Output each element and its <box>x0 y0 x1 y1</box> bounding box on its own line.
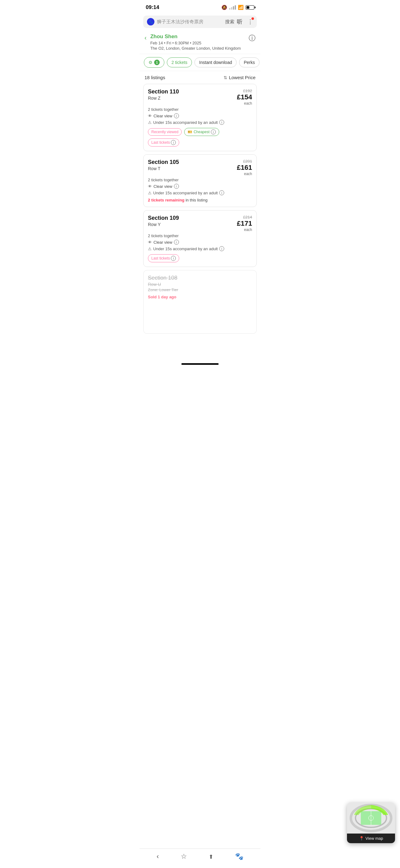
sort-label: Lowest Price <box>229 75 256 80</box>
sold-label: Sold 1 day ago <box>148 294 252 299</box>
filter-tickets-button[interactable]: 2 tickets <box>167 57 192 67</box>
listing-3[interactable]: Section 109 Row Y £214 £171 each 2 ticke… <box>143 210 257 267</box>
clear-view-info-icon[interactable]: i <box>174 113 179 118</box>
filter-instant-button[interactable]: Instant download <box>194 57 237 67</box>
listing-4-left: Section 108 Row U Zone: Lower Tier <box>148 275 178 292</box>
search-actions: 听 ⋮ <box>237 18 253 26</box>
listing-2-row: Row T <box>148 166 179 171</box>
sort-button[interactable]: ⇅ Lowest Price <box>224 75 256 80</box>
listing-1-tags: Recently viewed 🎫 Cheapest i Last ticket… <box>148 128 252 147</box>
warning-info-icon[interactable]: i <box>219 120 224 125</box>
listing-4-section: Section 108 <box>148 275 178 281</box>
listing-2-left: Section 105 Row T <box>148 159 179 171</box>
filter-tickets-label: 2 tickets <box>171 60 187 65</box>
listing-1-section: Section 110 <box>148 89 179 95</box>
warning-info-icon-3[interactable]: i <box>219 246 224 251</box>
warning-icon: ⚠ <box>148 120 152 125</box>
listing-1[interactable]: Section 110 Row Z £192 £154 each 2 ticke… <box>143 84 257 151</box>
listing-1-price-col: £192 £154 each <box>237 89 252 105</box>
notification-dot <box>252 18 254 20</box>
filter-instant-label: Instant download <box>199 60 232 65</box>
warning-icon-3: ⚠ <box>148 247 152 251</box>
cheapest-info-icon[interactable]: i <box>211 129 216 134</box>
listing-4-header: Section 108 Row U Zone: Lower Tier <box>148 275 252 292</box>
remaining-text: 2 tickets remaining in this listing <box>148 198 252 203</box>
recently-viewed-tag: Recently viewed <box>148 128 182 136</box>
listing-1-original-price: £192 <box>237 89 252 93</box>
filter-bar: ⚙ 1 2 tickets Instant download Perks Zon… <box>139 54 261 71</box>
listing-2-original-price: £201 <box>237 159 252 164</box>
filter-perks-button[interactable]: Perks <box>239 57 260 67</box>
menu-button[interactable]: ⋮ <box>247 18 253 25</box>
filter-perks-label: Perks <box>244 60 255 65</box>
home-bar <box>181 363 219 365</box>
listing-1-header: Section 110 Row Z £192 £154 each <box>148 89 252 105</box>
bell-icon: 🔕 <box>222 5 227 10</box>
cheapest-tag: 🎫 Cheapest i <box>184 128 219 136</box>
listen-button[interactable]: 听 <box>237 18 242 26</box>
search-bar: 🐾 狮子王木法沙传奇票房 搜索 听 ⋮ <box>143 16 257 28</box>
listing-2[interactable]: Section 105 Row T £201 £161 each 2 ticke… <box>143 154 257 207</box>
listing-4-row: Row U <box>148 282 178 287</box>
warning-info-icon-2[interactable]: i <box>219 190 224 195</box>
artist-name: Zhou Shen <box>151 34 246 40</box>
listing-2-price-unit: each <box>237 172 252 176</box>
filter-badge: 1 <box>154 60 160 65</box>
last-tickets-tag-3: Last tickets i <box>148 254 179 262</box>
listing-3-row: Row Y <box>148 222 179 227</box>
event-venue: The O2, London, Greater London, United K… <box>151 46 246 51</box>
filter-icon: ⚙ <box>148 60 153 65</box>
event-date: Feb 14 • Fri • 6:30PM • 2025 <box>151 41 246 45</box>
home-indicator <box>139 359 261 368</box>
listing-3-feature: 👁 Clear view i <box>148 240 252 245</box>
listing-3-left: Section 109 Row Y <box>148 215 179 227</box>
listing-3-current-price: £171 <box>237 219 252 227</box>
listing-2-feature: 👁 Clear view i <box>148 184 252 189</box>
listing-3-price-unit: each <box>237 227 252 232</box>
tickets-list: Section 110 Row Z £192 £154 each 2 ticke… <box>139 84 261 334</box>
battery-icon <box>245 5 254 10</box>
clear-view-info-icon-2[interactable]: i <box>174 184 179 189</box>
listing-1-left: Section 110 Row Z <box>148 89 179 101</box>
ticket-icon: 🎫 <box>188 130 192 134</box>
signal-bars-icon <box>229 5 236 10</box>
sort-arrows-icon: ⇅ <box>224 75 227 80</box>
listing-4: Section 108 Row U Zone: Lower Tier Sold … <box>143 270 257 334</box>
listing-3-price-col: £214 £171 each <box>237 215 252 232</box>
eye-icon-3: 👁 <box>148 240 152 245</box>
listing-3-warning: ⚠ Under 15s accompanied by an adult i <box>148 246 252 251</box>
status-time: 09:14 <box>146 4 159 10</box>
warning-icon-2: ⚠ <box>148 191 152 195</box>
search-button[interactable]: 搜索 <box>225 19 234 25</box>
listing-3-header: Section 109 Row Y £214 £171 each <box>148 215 252 232</box>
status-bar: 09:14 🔕 📶 <box>139 0 261 13</box>
listing-1-quantity: 2 tickets together <box>148 107 252 112</box>
search-query[interactable]: 狮子王木法沙传奇票房 <box>157 19 223 25</box>
listing-3-quantity: 2 tickets together <box>148 234 252 238</box>
event-info: Zhou Shen Feb 14 • Fri • 6:30PM • 2025 T… <box>151 34 246 51</box>
status-icons: 🔕 📶 <box>222 5 254 10</box>
listing-1-price-unit: each <box>237 101 252 105</box>
listing-1-current-price: £154 <box>237 93 252 101</box>
last-tickets-info-icon-3[interactable]: i <box>171 256 176 261</box>
last-tickets-info-icon[interactable]: i <box>171 140 176 145</box>
baidu-icon: 🐾 <box>147 18 155 26</box>
filter-sort-button[interactable]: ⚙ 1 <box>144 57 164 68</box>
listing-2-price-col: £201 £161 each <box>237 159 252 176</box>
back-button[interactable]: ‹ <box>144 34 147 41</box>
listing-2-warning: ⚠ Under 15s accompanied by an adult i <box>148 190 252 195</box>
last-tickets-tag: Last tickets i <box>148 138 179 147</box>
listing-3-tags: Last tickets i <box>148 254 252 262</box>
listing-2-current-price: £161 <box>237 164 252 172</box>
eye-icon-2: 👁 <box>148 184 152 189</box>
eye-icon: 👁 <box>148 114 152 118</box>
listings-count: 18 listings <box>144 75 165 80</box>
clear-view-info-icon-3[interactable]: i <box>174 240 179 245</box>
listing-1-row: Row Z <box>148 96 179 101</box>
wifi-icon: 📶 <box>238 5 244 10</box>
listing-4-zone: Zone: Lower Tier <box>148 287 178 292</box>
event-header: ‹ Zhou Shen Feb 14 • Fri • 6:30PM • 2025… <box>139 30 261 54</box>
listing-1-warning: ⚠ Under 15s accompanied by an adult i <box>148 120 252 125</box>
listing-2-header: Section 105 Row T £201 £161 each <box>148 159 252 176</box>
info-button[interactable]: ⓘ <box>249 34 256 43</box>
